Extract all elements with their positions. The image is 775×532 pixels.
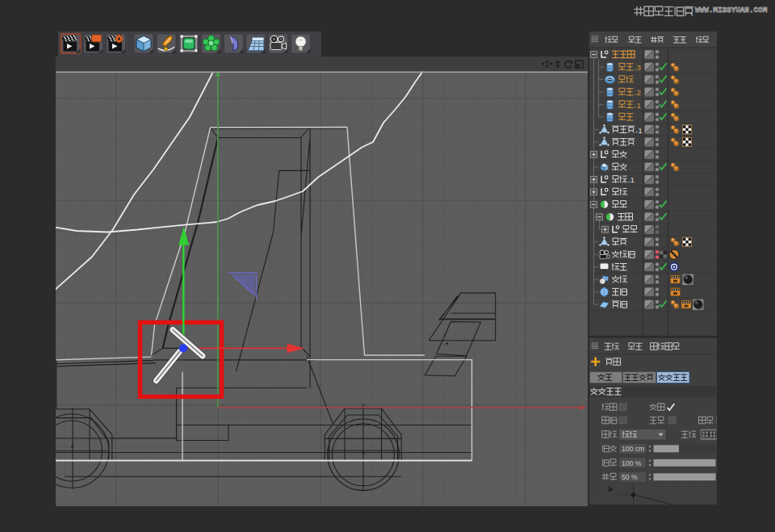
svg-text:2: 2	[637, 88, 641, 97]
svg-text:100 %: 100 %	[622, 459, 642, 467]
svg-text:100 cm: 100 cm	[622, 445, 644, 453]
svg-text:1: 1	[637, 101, 641, 110]
svg-text:1: 1	[638, 126, 642, 135]
svg-text:3: 3	[637, 63, 642, 72]
svg-text:1: 1	[630, 175, 635, 184]
svg-text:50 %: 50 %	[622, 473, 638, 481]
